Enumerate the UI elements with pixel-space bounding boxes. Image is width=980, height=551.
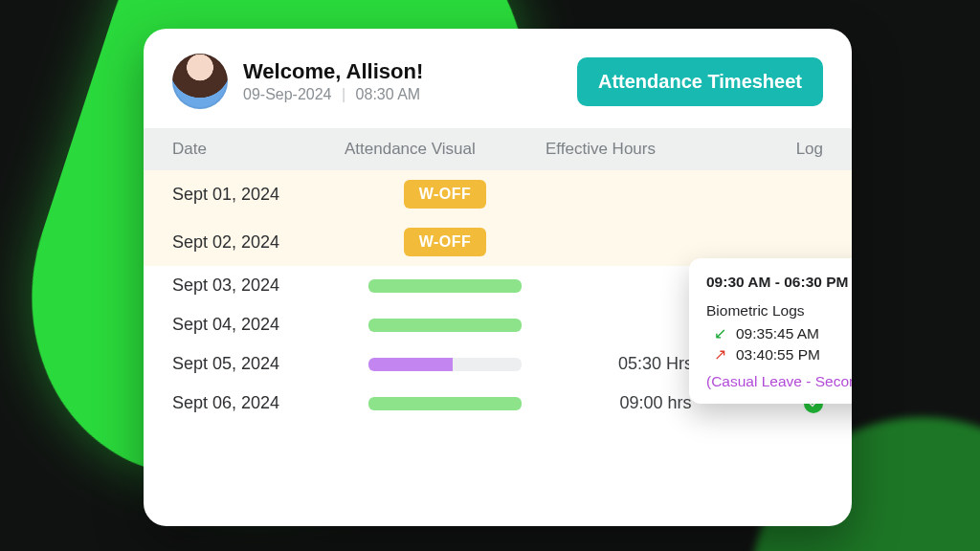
- log-tooltip: 09:30 AM - 06:30 PM (Sep 05) Biometric L…: [689, 258, 852, 404]
- table-row[interactable]: Sept 01, 2024W-OFF: [144, 170, 852, 218]
- cell-attendance-visual: [345, 358, 546, 371]
- tooltip-out-time: 03:40:55 PM: [736, 346, 820, 364]
- table-header: Date Attendance Visual Effective Hours L…: [144, 128, 852, 170]
- attendance-bar-full: [368, 397, 522, 410]
- tooltip-section: Biometric Logs: [706, 302, 852, 320]
- cell-attendance-visual: [345, 279, 546, 293]
- attendance-bar-full: [368, 279, 522, 293]
- welcome-subtitle: 09-Sep-2024 | 08:30 AM: [243, 86, 577, 103]
- weekly-off-pill: W-OFF: [404, 228, 487, 256]
- avatar: [172, 54, 228, 109]
- tooltip-note: (Casual Leave - Second Half): [706, 373, 852, 390]
- stage: Welcome, Allison! 09-Sep-2024 | 08:30 AM…: [0, 0, 980, 551]
- welcome-block: Welcome, Allison! 09-Sep-2024 | 08:30 AM: [243, 59, 577, 103]
- col-header-effective: Effective Hours: [546, 140, 766, 159]
- cell-date: Sept 03, 2024: [172, 276, 345, 296]
- tooltip-log-in: ↙ 09:35:45 AM: [714, 325, 852, 342]
- tooltip-in-time: 09:35:45 AM: [736, 325, 819, 342]
- cell-date: Sept 05, 2024: [172, 354, 345, 374]
- cell-attendance-visual: W-OFF: [345, 228, 546, 256]
- tooltip-log-out: ↗ 03:40:55 PM: [714, 346, 852, 364]
- cell-attendance-visual: W-OFF: [345, 180, 546, 209]
- cell-date: Sept 06, 2024: [172, 393, 345, 413]
- attendance-bar-full: [368, 319, 522, 332]
- arrow-in-icon: ↙: [714, 326, 726, 342]
- weekly-off-pill: W-OFF: [404, 180, 487, 209]
- col-header-log: Log: [766, 140, 823, 159]
- cell-attendance-visual: [345, 319, 546, 332]
- cell-date: Sept 02, 2024: [172, 232, 345, 253]
- attendance-timesheet-button[interactable]: Attendance Timesheet: [577, 57, 823, 106]
- cell-attendance-visual: [345, 397, 546, 410]
- col-header-date: Date: [172, 140, 345, 159]
- attendance-card: Welcome, Allison! 09-Sep-2024 | 08:30 AM…: [144, 29, 852, 526]
- welcome-title: Welcome, Allison!: [243, 59, 577, 84]
- attendance-bar-partial: [368, 358, 522, 371]
- col-header-visual: Attendance Visual: [345, 140, 546, 159]
- separator: |: [342, 86, 345, 102]
- cell-date: Sept 04, 2024: [172, 315, 345, 335]
- welcome-date: 09-Sep-2024: [243, 86, 332, 102]
- card-header: Welcome, Allison! 09-Sep-2024 | 08:30 AM…: [144, 29, 852, 128]
- welcome-time: 08:30 AM: [356, 86, 421, 102]
- arrow-out-icon: ↗: [714, 347, 726, 363]
- cell-date: Sept 01, 2024: [172, 185, 345, 205]
- tooltip-range: 09:30 AM - 06:30 PM (Sep 05): [706, 274, 852, 291]
